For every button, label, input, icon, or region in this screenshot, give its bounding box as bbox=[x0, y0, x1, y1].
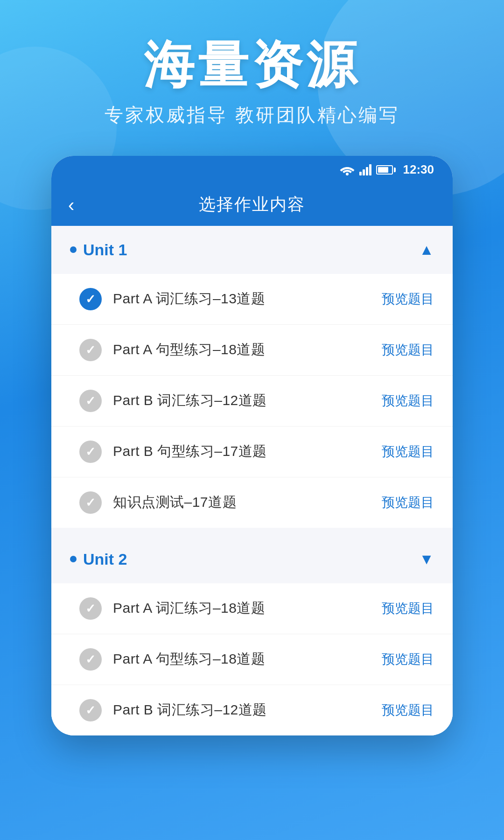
preview-button[interactable]: 预览题目 bbox=[382, 341, 434, 359]
preview-button[interactable]: 预览题目 bbox=[382, 290, 434, 308]
back-button[interactable]: ‹ bbox=[68, 196, 74, 214]
unit-section-2: Unit 2 ▼ ✓ Part A 词汇练习–18道题 预览题目 ✓ bbox=[51, 535, 453, 735]
list-item[interactable]: ✓ Part A 句型练习–18道题 预览题目 bbox=[51, 634, 453, 685]
checkbox-unchecked[interactable]: ✓ bbox=[79, 441, 102, 463]
unit-2-lessons: ✓ Part A 词汇练习–18道题 预览题目 ✓ Part A 句型练习–18… bbox=[51, 583, 453, 735]
preview-button[interactable]: 预览题目 bbox=[382, 494, 434, 511]
unit-1-header[interactable]: Unit 1 ▲ bbox=[51, 226, 453, 274]
unit-2-header[interactable]: Unit 2 ▼ bbox=[51, 535, 453, 583]
status-time: 12:30 bbox=[403, 162, 434, 177]
battery-fill bbox=[378, 167, 388, 173]
check-mark-icon: ✓ bbox=[85, 395, 96, 407]
hero-section: 海量资源 专家权威指导 教研团队精心编写 bbox=[0, 0, 504, 156]
wifi-icon bbox=[340, 164, 355, 175]
unit-1-label: Unit 1 bbox=[70, 241, 127, 259]
preview-button[interactable]: 预览题目 bbox=[382, 651, 434, 668]
preview-button[interactable]: 预览题目 bbox=[382, 701, 434, 719]
check-mark-icon: ✓ bbox=[85, 293, 96, 305]
header-title: 选择作业内容 bbox=[199, 193, 305, 216]
check-mark-icon: ✓ bbox=[85, 446, 96, 458]
checkbox-unchecked[interactable]: ✓ bbox=[79, 648, 102, 671]
unit-section-1: Unit 1 ▲ ✓ Part A 词汇练习–13道题 预览题目 ✓ bbox=[51, 226, 453, 528]
status-bar: 12:30 bbox=[51, 156, 453, 184]
list-item[interactable]: ✓ Part A 词汇练习–18道题 预览题目 bbox=[51, 583, 453, 634]
unit-1-title: Unit 1 bbox=[83, 241, 127, 259]
unit-1-toggle[interactable]: ▲ bbox=[419, 241, 434, 259]
checkbox-unchecked[interactable]: ✓ bbox=[79, 390, 102, 412]
unit-1-lessons: ✓ Part A 词汇练习–13道题 预览题目 ✓ Part A 句型练习–18… bbox=[51, 274, 453, 528]
content-area: Unit 1 ▲ ✓ Part A 词汇练习–13道题 预览题目 ✓ bbox=[51, 226, 453, 735]
svg-rect-4 bbox=[369, 164, 371, 175]
check-mark-icon: ✓ bbox=[85, 344, 96, 356]
lesson-text: Part B 句型练习–17道题 bbox=[113, 442, 371, 461]
checkbox-checked[interactable]: ✓ bbox=[79, 288, 102, 310]
battery-icon bbox=[376, 165, 393, 175]
preview-button[interactable]: 预览题目 bbox=[382, 600, 434, 617]
list-item[interactable]: ✓ Part A 词汇练习–13道题 预览题目 bbox=[51, 274, 453, 325]
lesson-text: Part B 词汇练习–12道题 bbox=[113, 700, 371, 720]
list-item[interactable]: ✓ Part B 句型练习–17道题 预览题目 bbox=[51, 427, 453, 477]
lesson-text: Part B 词汇练习–12道题 bbox=[113, 391, 371, 410]
unit-1-dot bbox=[70, 246, 77, 253]
app-header: ‹ 选择作业内容 bbox=[51, 184, 453, 226]
list-item[interactable]: ✓ Part B 词汇练习–12道题 预览题目 bbox=[51, 685, 453, 735]
lesson-text: Part A 句型练习–18道题 bbox=[113, 650, 371, 669]
unit-2-title: Unit 2 bbox=[83, 550, 127, 568]
checkbox-unchecked[interactable]: ✓ bbox=[79, 339, 102, 361]
hero-subtitle: 专家权威指导 教研团队精心编写 bbox=[105, 102, 399, 128]
svg-rect-3 bbox=[366, 167, 368, 175]
unit-2-dot bbox=[70, 556, 77, 562]
signal-icon bbox=[359, 164, 371, 175]
lesson-text: Part A 词汇练习–13道题 bbox=[113, 289, 371, 308]
list-item[interactable]: ✓ Part B 词汇练习–12道题 预览题目 bbox=[51, 376, 453, 427]
check-mark-icon: ✓ bbox=[85, 704, 96, 716]
check-mark-icon: ✓ bbox=[85, 497, 96, 509]
lesson-text: Part A 词汇练习–18道题 bbox=[113, 599, 371, 618]
unit-divider bbox=[51, 528, 453, 535]
checkbox-unchecked[interactable]: ✓ bbox=[79, 491, 102, 514]
unit-2-label: Unit 2 bbox=[70, 550, 127, 568]
preview-button[interactable]: 预览题目 bbox=[382, 392, 434, 410]
checkbox-unchecked[interactable]: ✓ bbox=[79, 699, 102, 721]
lesson-text: 知识点测试–17道题 bbox=[113, 493, 371, 512]
svg-point-0 bbox=[346, 173, 349, 175]
list-item[interactable]: ✓ Part A 句型练习–18道题 预览题目 bbox=[51, 325, 453, 376]
preview-button[interactable]: 预览题目 bbox=[382, 443, 434, 461]
checkbox-unchecked[interactable]: ✓ bbox=[79, 597, 102, 620]
check-mark-icon: ✓ bbox=[85, 653, 96, 665]
phone-mockup: 12:30 ‹ 选择作业内容 Unit 1 ▲ ✓ Part bbox=[51, 156, 453, 735]
status-icons bbox=[340, 164, 393, 175]
svg-rect-2 bbox=[363, 169, 365, 175]
hero-title: 海量资源 bbox=[144, 37, 360, 93]
check-mark-icon: ✓ bbox=[85, 602, 96, 615]
list-item[interactable]: ✓ 知识点测试–17道题 预览题目 bbox=[51, 477, 453, 528]
unit-2-toggle[interactable]: ▼ bbox=[419, 551, 434, 568]
lesson-text: Part A 句型练习–18道题 bbox=[113, 340, 371, 359]
svg-rect-1 bbox=[359, 172, 362, 175]
